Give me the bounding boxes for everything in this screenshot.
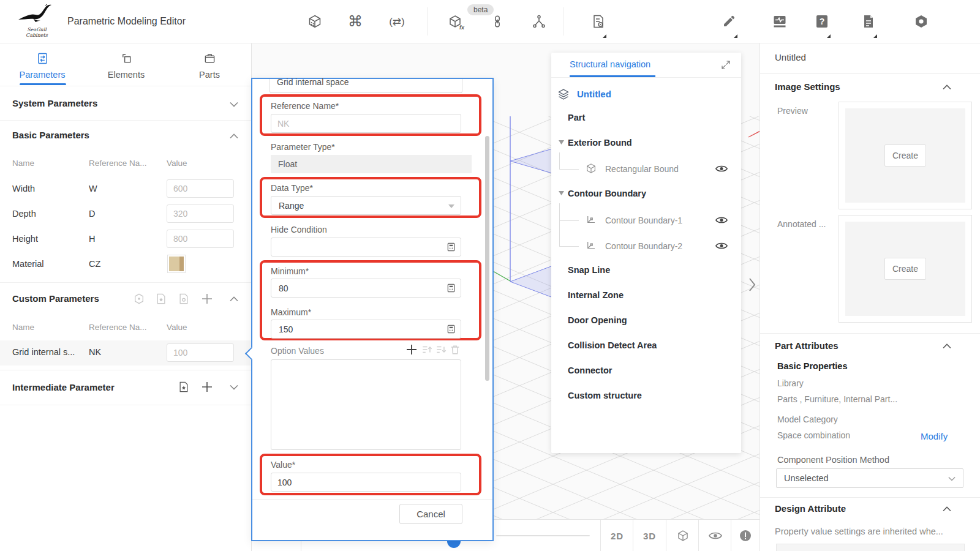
view-cube-button[interactable] xyxy=(666,520,699,551)
formula-calc-icon[interactable] xyxy=(447,242,456,252)
visibility-button[interactable] xyxy=(699,520,731,551)
cube-icon xyxy=(586,163,597,174)
tab-elements[interactable]: Elements xyxy=(85,43,168,86)
param-value-input[interactable] xyxy=(167,179,234,198)
modify-link[interactable]: Modify xyxy=(921,431,948,441)
tree-item-snap-line[interactable]: Snap Line xyxy=(568,265,610,275)
branch-icon[interactable] xyxy=(529,11,549,32)
param-name: Depth xyxy=(12,209,36,219)
name-field-partial[interactable]: Grid internal space xyxy=(270,79,462,93)
tree-item-contour-boundary-1[interactable]: Contour Boundary-1 xyxy=(551,212,741,229)
chevron-up-icon[interactable] xyxy=(230,296,238,302)
param-value-input[interactable] xyxy=(167,343,234,362)
delete-option-icon[interactable] xyxy=(450,344,461,355)
parameter-edit-dialog: Grid internal space Reference Name* Para… xyxy=(251,78,494,541)
help-icon[interactable]: ? xyxy=(812,11,832,32)
reference-name-input[interactable] xyxy=(271,114,461,133)
tree-item-collision-detect-area[interactable]: Collision Detect Area xyxy=(568,340,657,350)
tree-item-custom-structure[interactable]: Custom structure xyxy=(568,391,642,400)
param-value-input[interactable] xyxy=(167,230,234,248)
hex-nut-icon[interactable] xyxy=(134,293,145,304)
panel-collapse-handle[interactable] xyxy=(748,277,756,293)
contour-icon xyxy=(586,240,597,251)
tab-parts[interactable]: Parts xyxy=(168,43,251,86)
eye-icon[interactable] xyxy=(715,164,728,173)
add-option-icon[interactable] xyxy=(405,343,418,356)
column-header-reference: Reference Na... xyxy=(89,159,147,168)
move-option-down-icon[interactable] xyxy=(435,344,447,355)
swap-icon[interactable]: (⇄) xyxy=(383,11,410,32)
knot-icon[interactable]: ⌘ xyxy=(345,11,366,32)
hide-condition-input[interactable] xyxy=(271,238,461,257)
pencil-icon[interactable] xyxy=(718,11,739,32)
tree-item-contour-boundary[interactable]: Contour Boundary xyxy=(568,189,646,198)
settings-hex-icon[interactable] xyxy=(911,11,932,32)
tree-item-internal-zone[interactable]: Internal Zone xyxy=(568,290,624,300)
annotated-image-box: Create xyxy=(839,215,972,323)
column-header-name: Name xyxy=(12,159,34,168)
tree-item-exterior-bound[interactable]: Exterior Bound xyxy=(568,138,632,148)
tree-item-contour-boundary-2[interactable]: Contour Boundary-2 xyxy=(551,238,741,255)
material-swatch[interactable] xyxy=(167,255,186,273)
cancel-button[interactable]: Cancel xyxy=(399,504,462,524)
formula-calc-icon[interactable] xyxy=(447,324,456,334)
doc-star-icon[interactable] xyxy=(178,381,189,392)
tree-item-part[interactable]: Part xyxy=(568,113,585,122)
view-3d-button[interactable]: 3D xyxy=(633,520,666,551)
chevron-up-icon[interactable] xyxy=(943,84,951,90)
param-value-input[interactable] xyxy=(167,204,234,223)
eye-icon[interactable] xyxy=(715,241,728,250)
warning-button[interactable] xyxy=(731,520,760,551)
tab-parameters[interactable]: Parameters xyxy=(1,43,84,86)
maximum-value: 150 xyxy=(279,324,293,334)
formula-calc-icon[interactable] xyxy=(447,283,456,293)
chevron-down-icon[interactable] xyxy=(230,102,238,107)
create-preview-button[interactable]: Create xyxy=(884,144,926,167)
custom-param-row-selected[interactable]: Grid internal s... NK xyxy=(0,340,251,365)
column-header-name: Name xyxy=(12,323,34,332)
option-values-textarea[interactable] xyxy=(271,359,461,450)
monitor-activity-icon[interactable] xyxy=(769,11,790,32)
doc-circle-icon[interactable] xyxy=(178,293,189,304)
document-list-icon[interactable] xyxy=(858,11,879,32)
tree-item-rectangular-bound[interactable]: Rectangular Bound xyxy=(551,160,741,178)
tree-label: Untitled xyxy=(577,89,611,99)
cube-fx-icon[interactable]: fx xyxy=(447,12,467,33)
component-position-select[interactable]: Unselected xyxy=(776,468,963,488)
app-logo: SeaGull Cabinets xyxy=(17,4,56,38)
chevron-up-icon[interactable] xyxy=(943,506,951,512)
tree-item-door-opening[interactable]: Door Opening xyxy=(568,315,627,325)
add-parameter-icon[interactable] xyxy=(201,381,213,393)
tree-item-connector[interactable]: Connector xyxy=(568,365,612,375)
app-title: Parametric Modeling Editor xyxy=(67,16,186,27)
expand-panel-icon[interactable] xyxy=(720,59,731,70)
data-type-select[interactable]: Range xyxy=(271,196,461,215)
hide-condition-label: Hide Condition xyxy=(271,225,327,234)
document-export-icon[interactable] xyxy=(588,11,609,32)
structural-navigation-panel: Structural navigation Untitled Part Exte… xyxy=(551,53,741,453)
move-option-up-icon[interactable] xyxy=(421,344,432,355)
divider xyxy=(760,73,980,74)
collapse-triangle-icon[interactable] xyxy=(559,191,564,195)
column-header-value: Value xyxy=(167,159,187,168)
svg-text:fx: fx xyxy=(459,24,465,31)
zoom-slider[interactable] xyxy=(496,535,590,536)
add-parameter-icon[interactable] xyxy=(201,293,213,305)
collapse-triangle-icon[interactable] xyxy=(559,140,564,144)
create-annotated-button[interactable]: Create xyxy=(884,258,926,280)
module-cube-icon[interactable] xyxy=(304,11,325,32)
dialog-scrollbar[interactable] xyxy=(485,136,489,381)
view-2d-button[interactable]: 2D xyxy=(601,520,633,551)
chevron-down-icon[interactable] xyxy=(230,384,238,390)
tab-label: Elements xyxy=(85,70,168,80)
tree-item-untitled[interactable]: Untitled xyxy=(551,86,741,103)
eye-icon[interactable] xyxy=(715,216,728,225)
maximum-input[interactable]: 150 xyxy=(271,320,461,339)
minimum-input[interactable]: 80 xyxy=(271,279,461,298)
cube-icon xyxy=(677,530,689,542)
value-input[interactable] xyxy=(271,473,461,492)
doc-star-icon[interactable] xyxy=(156,293,167,304)
chevron-up-icon[interactable] xyxy=(943,343,951,349)
link-icon[interactable] xyxy=(487,11,508,32)
chevron-up-icon[interactable] xyxy=(230,133,238,139)
